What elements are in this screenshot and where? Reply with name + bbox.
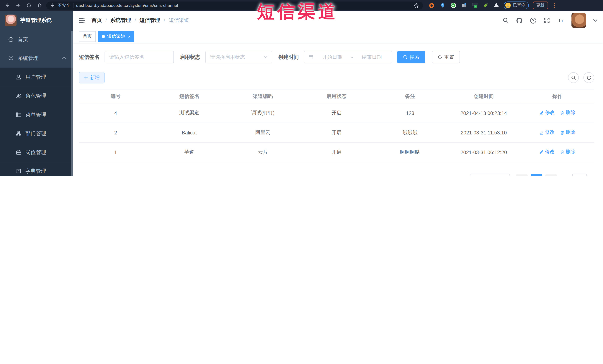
svg-text:T: T <box>561 19 563 23</box>
browser-menu-icon[interactable] <box>554 3 555 8</box>
breadcrumb-separator: / <box>164 17 165 23</box>
tab-短信渠道[interactable]: 短信渠道× <box>98 31 134 42</box>
next-page-button[interactable] <box>545 174 557 176</box>
table-row: 4测试渠道调试(钉钉)开启1232021-04-13 00:23:14修改删除 <box>79 103 594 123</box>
sidebar-item-label: 部门管理 <box>25 130 46 137</box>
fullscreen-icon[interactable] <box>544 17 550 23</box>
delete-row-button[interactable]: 删除 <box>560 110 576 116</box>
cell-remark: 呵呵呵哒 <box>373 143 447 162</box>
tab-首页[interactable]: 首页 <box>79 31 96 42</box>
tab-label: 短信渠道 <box>107 33 125 40</box>
sidebar-item-用户管理[interactable]: 用户管理 <box>0 68 73 87</box>
signature-input[interactable]: 请输入短信签名 <box>105 51 174 63</box>
extension-pin-icon[interactable] <box>439 2 446 9</box>
extension-screencap-icon[interactable]: on <box>471 2 478 9</box>
extension-paused-pill[interactable]: 已暂停 <box>504 1 529 9</box>
page-number-current[interactable]: 1 <box>530 174 542 176</box>
org-tree-icon <box>15 131 22 136</box>
browser-forward-icon[interactable] <box>15 3 21 8</box>
page-content: 短信签名 请输入短信签名 启用状态 请选择启用状态 创建时间 开始日期 <box>73 43 603 176</box>
prev-page-button[interactable] <box>516 174 527 176</box>
browser-toolbar: 不安全 dashboard.yudao.iocoder.cn/system/sm… <box>0 0 603 11</box>
search-icon <box>403 55 408 59</box>
extension-donut-icon[interactable] <box>428 2 435 9</box>
column-header-编号: 编号 <box>79 90 152 103</box>
app-frame: 芋道管理系统 首页系统管理用户管理角色管理菜单管理部门管理岗位管理字典管理通知公… <box>0 11 603 176</box>
browser-update-button[interactable]: 更新 <box>533 1 548 9</box>
sidebar-item-label: 角色管理 <box>25 92 46 99</box>
breadcrumb-separator: / <box>105 17 107 23</box>
dashboard-icon <box>8 36 14 42</box>
reset-button[interactable]: 重置 <box>432 51 460 63</box>
add-button[interactable]: 新增 <box>79 72 105 83</box>
plus-icon <box>84 76 88 80</box>
breadcrumb-item-首页[interactable]: 首页 <box>92 17 102 24</box>
column-header-备注: 备注 <box>373 90 447 103</box>
table-row: 1芋道云片开启呵呵呵哒2021-03-31 06:12:20修改删除 <box>79 143 594 162</box>
sidebar-item-角色管理[interactable]: 角色管理 <box>0 86 73 105</box>
header-search-icon[interactable] <box>503 17 509 23</box>
sidebar-item-字典管理[interactable]: 字典管理 <box>0 162 73 176</box>
sidebar-item-label: 菜单管理 <box>25 111 46 118</box>
page-size-select[interactable]: 10条/页 <box>470 174 510 176</box>
browser-back-icon[interactable] <box>5 3 10 8</box>
signature-placeholder: 请输入短信签名 <box>109 54 144 60</box>
status-label: 启用状态 <box>180 54 200 60</box>
tab-label: 首页 <box>83 33 92 40</box>
bookmark-star-icon[interactable] <box>414 2 419 8</box>
edit-row-button[interactable]: 修改 <box>539 129 555 136</box>
sidebar-logo-row[interactable]: 芋道管理系统 <box>0 11 73 30</box>
sidebar-item-岗位管理[interactable]: 岗位管理 <box>0 143 73 162</box>
close-tab-icon[interactable]: × <box>128 34 130 39</box>
goto-page-input[interactable]: 1 <box>572 174 587 176</box>
cell-signature: 芋道 <box>152 143 226 162</box>
sidebar-item-首页[interactable]: 首页 <box>0 30 73 49</box>
screen: 不安全 dashboard.yudao.iocoder.cn/system/sm… <box>0 0 603 176</box>
breadcrumb-item-短信管理[interactable]: 短信管理 <box>139 17 160 24</box>
toggle-search-button[interactable] <box>568 72 579 83</box>
cell-created: 2021-03-31 06:12:20 <box>447 143 521 162</box>
svg-text:T: T <box>558 18 561 23</box>
cell-remark: 123 <box>373 103 447 123</box>
search-button[interactable]: 搜索 <box>397 51 425 63</box>
date-end-placeholder: 结束日期 <box>356 54 388 60</box>
address-bar[interactable]: 不安全 dashboard.yudao.iocoder.cn/system/sm… <box>46 1 423 10</box>
font-size-icon[interactable]: TT <box>557 17 564 23</box>
user-avatar[interactable] <box>571 13 586 28</box>
user-icon <box>15 74 22 80</box>
app-logo <box>5 15 16 26</box>
delete-row-button[interactable]: 删除 <box>560 149 576 155</box>
github-icon[interactable] <box>516 17 523 23</box>
created-range-picker[interactable]: 开始日期 - 结束日期 <box>304 51 392 63</box>
breadcrumb-item-系统管理[interactable]: 系统管理 <box>110 17 131 24</box>
sidebar-toggle-icon[interactable] <box>79 17 85 23</box>
edit-row-button[interactable]: 修改 <box>539 149 555 155</box>
sidebar-item-部门管理[interactable]: 部门管理 <box>0 124 73 143</box>
extension-grid-icon[interactable] <box>461 2 467 9</box>
sidebar-scrollbar[interactable] <box>71 31 73 176</box>
security-label[interactable]: 不安全 <box>58 2 70 8</box>
calendar-icon <box>308 55 313 59</box>
status-select[interactable]: 请选择启用状态 <box>206 51 272 63</box>
sidebar-item-系统管理[interactable]: 系统管理 <box>0 49 73 68</box>
edit-icon <box>539 130 544 135</box>
edit-row-button[interactable]: 修改 <box>539 110 555 116</box>
sidebar-item-菜单管理[interactable]: 菜单管理 <box>0 105 73 124</box>
security-warning-icon[interactable] <box>50 3 55 8</box>
table-body: 4测试渠道调试(钉钉)开启1232021-04-13 00:23:14修改删除2… <box>79 103 594 162</box>
delete-row-button[interactable]: 删除 <box>560 129 576 136</box>
help-icon[interactable] <box>530 17 536 23</box>
extension-check-badge-icon[interactable] <box>450 2 456 9</box>
delete-icon <box>560 110 565 115</box>
omnibox-divider <box>73 3 73 8</box>
avatar-caret-down-icon[interactable] <box>593 19 597 22</box>
breadcrumb-item-短信渠道: 短信渠道 <box>169 17 189 24</box>
extension-meeple-icon[interactable] <box>493 2 499 9</box>
browser-home-icon[interactable] <box>37 3 42 8</box>
refresh-table-button[interactable] <box>583 72 594 83</box>
sidebar-item-label: 首页 <box>18 36 28 43</box>
pagination: 共 3 条 10条/页 1 前往 1 页 <box>79 174 594 176</box>
extension-leaf-icon[interactable] <box>482 2 489 9</box>
page-url[interactable]: dashboard.yudao.iocoder.cn/system/sms/sm… <box>76 3 178 8</box>
browser-reload-icon[interactable] <box>26 3 32 8</box>
